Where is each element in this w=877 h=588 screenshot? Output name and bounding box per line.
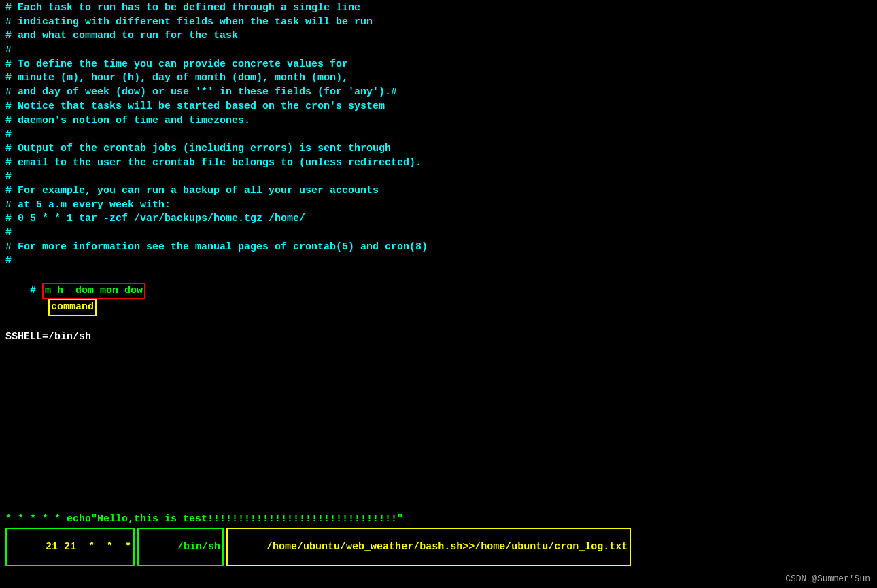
- line-15: # at 5 a.m every week with:: [5, 198, 872, 213]
- blank-line-2: [5, 358, 872, 373]
- line-1: # Each task to run has to be defined thr…: [5, 1, 872, 16]
- crontab-fields-line: # m h dom mon dow command: [5, 269, 872, 330]
- cron-path-box: /home/ubuntu/web_weather/bash.sh>>/home/…: [226, 528, 631, 566]
- echo-text: * * * * * echo"Hello,this is test!!!!!!!…: [5, 513, 403, 525]
- command-box: command: [48, 299, 97, 316]
- cron-line: 21 21 * * * /bin/sh /home/ubuntu/web_wea…: [0, 526, 877, 568]
- line-5: # To define the time you can provide con…: [5, 58, 872, 72]
- line-9: # daemon's notion of time and timezones.: [5, 114, 872, 128]
- crontab-fields-box: m h dom mon dow: [42, 283, 145, 300]
- bottom-section: * * * * * echo"Hello,this is test!!!!!!!…: [0, 512, 877, 588]
- line-19: #: [5, 254, 872, 269]
- line-13: #: [5, 170, 872, 184]
- line-8: # Notice that tasks will be started base…: [5, 100, 872, 114]
- line-10: #: [5, 128, 872, 142]
- line-12: # email to the user the crontab file bel…: [5, 156, 872, 171]
- cron-time-text: 21 21 * * *: [46, 541, 131, 553]
- watermark: CSDN @Summer'Sun: [785, 574, 870, 584]
- echo-line: * * * * * echo"Hello,this is test!!!!!!!…: [0, 512, 877, 526]
- line-11: # Output of the crontab jobs (including …: [5, 142, 872, 156]
- line-7: # and day of week (dow) or use '*' in th…: [5, 86, 872, 100]
- line-18: # For more information see the manual pa…: [5, 241, 872, 255]
- line-2: # indicating with different fields when …: [5, 16, 872, 30]
- line-4: #: [5, 44, 872, 58]
- shell-line: SSHELL=/bin/sh: [5, 330, 872, 345]
- bottom-padding: [0, 568, 877, 588]
- blank-line-1: [5, 345, 872, 359]
- line-14: # For example, you can run a backup of a…: [5, 184, 872, 198]
- line-3: # and what command to run for the task: [5, 29, 872, 44]
- line-6: # minute (m), hour (h), day of month (do…: [5, 71, 872, 86]
- cron-bin-box: /bin/sh: [137, 528, 224, 566]
- cron-bin-text: /bin/sh: [177, 541, 220, 553]
- line-17: #: [5, 226, 872, 241]
- cron-time-box: 21 21 * * *: [5, 528, 135, 566]
- line-16: # 0 5 * * 1 tar -zcf /var/backups/home.t…: [5, 212, 872, 226]
- cron-path-text: /home/ubuntu/web_weather/bash.sh>>/home/…: [266, 541, 627, 553]
- terminal-window: # Each task to run has to be defined thr…: [0, 0, 877, 588]
